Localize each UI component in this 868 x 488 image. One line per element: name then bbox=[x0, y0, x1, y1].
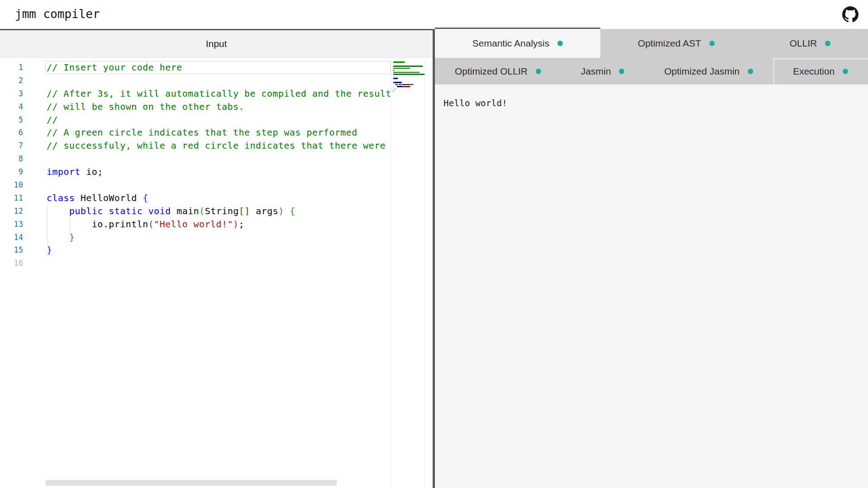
tab-label: Optimized AST bbox=[638, 38, 701, 49]
tab-label: Jasmin bbox=[581, 66, 611, 77]
status-dot bbox=[748, 69, 753, 74]
output-panel: Semantic AnalysisOptimized ASTOLLIR Opti… bbox=[435, 29, 868, 488]
minimap-line bbox=[393, 76, 425, 77]
code-editor[interactable]: 1// Insert your code here23// After 3s, … bbox=[0, 59, 433, 488]
line-number: 16 bbox=[0, 257, 23, 270]
horizontal-scrollbar[interactable] bbox=[46, 480, 337, 486]
output-content: Hello world! bbox=[435, 84, 868, 108]
code-line-14[interactable]: 14 } bbox=[0, 231, 391, 244]
code-line-6[interactable]: 6// A green circle indicates that the st… bbox=[0, 126, 391, 139]
code-line-13[interactable]: 13 io.println("Hello world!"); bbox=[0, 218, 391, 231]
tab-label: OLLIR bbox=[790, 38, 817, 49]
tab-label: Optimized OLLIR bbox=[455, 66, 528, 77]
code-line-10[interactable]: 10 bbox=[0, 178, 391, 192]
code-line-5[interactable]: 5// bbox=[0, 113, 391, 127]
tab-jasmin[interactable]: Jasmin bbox=[561, 58, 644, 84]
tab-label: Semantic Analysis bbox=[472, 38, 549, 49]
code-line-2[interactable]: 2 bbox=[0, 74, 391, 87]
minimap-line bbox=[393, 64, 425, 65]
tab-execution[interactable]: Execution bbox=[773, 58, 868, 84]
minimap-line bbox=[393, 70, 425, 71]
code-line-8[interactable]: 8 bbox=[0, 152, 391, 165]
app-header: jmm compiler bbox=[0, 0, 868, 29]
minimap-line bbox=[393, 84, 425, 85]
tab-label: Optimized Jasmin bbox=[664, 66, 740, 77]
output-text: Hello world! bbox=[443, 98, 868, 108]
line-number: 3 bbox=[0, 87, 23, 100]
minimap-line bbox=[393, 90, 425, 91]
code-line-4[interactable]: 4// will be shown on the other tabs. bbox=[0, 100, 391, 113]
line-content: } bbox=[23, 231, 75, 244]
status-dot bbox=[619, 69, 624, 74]
minimap-line bbox=[393, 66, 425, 67]
line-number: 7 bbox=[0, 139, 23, 152]
code-line-1[interactable]: 1// Insert your code here bbox=[0, 61, 391, 74]
minimap-line bbox=[393, 61, 425, 63]
status-dot bbox=[825, 41, 830, 46]
line-content: // After 3s, it will automatically be co… bbox=[23, 87, 391, 100]
app-root: jmm compiler Input 1// Insert your code … bbox=[0, 0, 868, 488]
github-link[interactable] bbox=[842, 6, 859, 23]
code-area: 1// Insert your code here23// After 3s, … bbox=[0, 59, 391, 488]
status-dot bbox=[536, 69, 541, 74]
line-number: 1 bbox=[0, 61, 23, 74]
minimap-line bbox=[393, 80, 425, 81]
minimap-line bbox=[393, 86, 425, 87]
line-content: io.println("Hello world!"); bbox=[23, 218, 245, 231]
code-line-11[interactable]: 11class HelloWorld { bbox=[0, 192, 391, 205]
tab-optimized-ollir[interactable]: Optimized OLLIR bbox=[435, 58, 561, 84]
line-number: 9 bbox=[0, 165, 23, 178]
line-number: 15 bbox=[0, 244, 23, 257]
minimap-line bbox=[393, 88, 425, 89]
minimap-line bbox=[393, 78, 425, 79]
output-tabs-row-2: Optimized OLLIRJasminOptimized JasminExe… bbox=[435, 58, 868, 84]
status-dot bbox=[709, 41, 715, 46]
code-line-15[interactable]: 15} bbox=[0, 244, 391, 257]
line-number: 13 bbox=[0, 218, 23, 231]
minimap-line bbox=[393, 72, 425, 73]
line-number: 2 bbox=[0, 74, 23, 87]
line-content: // bbox=[23, 113, 58, 127]
line-number: 12 bbox=[0, 205, 23, 218]
input-panel-title: Input bbox=[206, 38, 227, 49]
minimap-line bbox=[393, 68, 425, 69]
tab-ollir[interactable]: OLLIR bbox=[752, 29, 868, 58]
minimap-line bbox=[393, 92, 425, 94]
line-number: 4 bbox=[0, 100, 23, 113]
status-dot bbox=[557, 41, 563, 46]
line-number: 14 bbox=[0, 231, 23, 244]
line-content: // Insert your code here bbox=[23, 61, 182, 74]
code-line-16[interactable]: 16 bbox=[0, 257, 391, 270]
tab-optimized-ast[interactable]: Optimized AST bbox=[600, 29, 752, 58]
line-number: 11 bbox=[0, 192, 23, 205]
line-number: 5 bbox=[0, 113, 23, 127]
code-line-3[interactable]: 3// After 3s, it will automatically be c… bbox=[0, 87, 391, 100]
line-content: import io; bbox=[23, 165, 103, 178]
line-content: } bbox=[23, 244, 52, 257]
minimap-line bbox=[393, 74, 425, 75]
github-icon bbox=[842, 6, 859, 23]
input-panel-header: Input bbox=[0, 30, 433, 58]
line-content: class HelloWorld { bbox=[23, 192, 148, 205]
output-tabs-row-1: Semantic AnalysisOptimized ASTOLLIR bbox=[435, 29, 868, 58]
minimap[interactable] bbox=[391, 59, 425, 488]
tab-semantic-analysis[interactable]: Semantic Analysis bbox=[435, 29, 600, 58]
app-title: jmm compiler bbox=[15, 7, 100, 21]
line-content: // will be shown on the other tabs. bbox=[23, 100, 245, 113]
input-panel: Input 1// Insert your code here23// Afte… bbox=[0, 29, 433, 488]
line-content: // A green circle indicates that the ste… bbox=[23, 126, 358, 139]
line-number: 10 bbox=[0, 178, 23, 192]
line-number: 6 bbox=[0, 126, 23, 139]
minimap-line bbox=[393, 82, 425, 83]
code-line-9[interactable]: 9import io; bbox=[0, 165, 391, 178]
line-content: // successfuly, while a red circle indic… bbox=[23, 139, 391, 152]
status-dot bbox=[843, 69, 848, 74]
line-content: public static void main(String[] args) { bbox=[23, 205, 295, 218]
code-line-12[interactable]: 12 public static void main(String[] args… bbox=[0, 205, 391, 218]
tab-optimized-jasmin[interactable]: Optimized Jasmin bbox=[644, 58, 773, 84]
code-line-7[interactable]: 7// successfuly, while a red circle indi… bbox=[0, 139, 391, 152]
tab-label: Execution bbox=[793, 66, 835, 77]
line-number: 8 bbox=[0, 152, 23, 165]
